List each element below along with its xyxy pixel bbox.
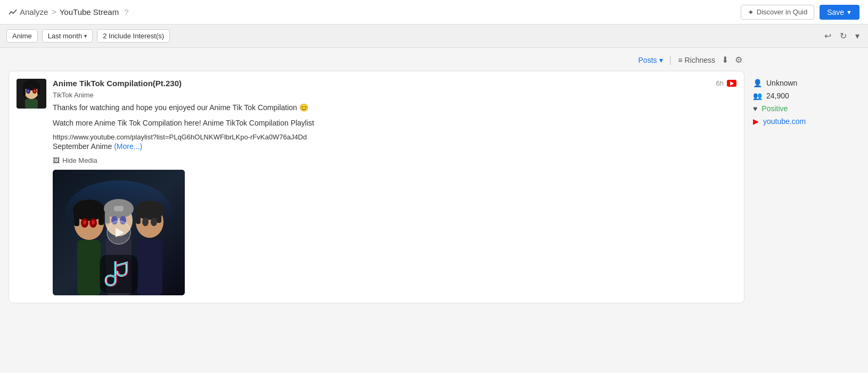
posts-chevron-icon: ▾ (659, 56, 663, 64)
download-icon: ⬇ (722, 55, 728, 64)
richness-icon: ≡ (678, 56, 682, 64)
save-button[interactable]: Save ▼ (820, 5, 859, 20)
post-title: Anime TikTok Compilation(Pt.230) (53, 79, 182, 88)
post-body: Anime TikTok Compilation(Pt.230) 6h TikT… (53, 71, 744, 303)
filter-bar: Anime Last month ▾ 2 Include Interest(s)… (0, 24, 868, 48)
post-text-block2: Watch more Anime Tik Tok Compilation her… (53, 118, 736, 152)
post-text-line1: Thanks for watching and hope you enjoyed… (53, 102, 736, 113)
save-caret-icon: ▼ (846, 9, 852, 15)
svg-point-20 (92, 220, 95, 225)
sidebar-sentiment-row: ♥ Positive (753, 104, 859, 113)
content-area: Posts ▾ | ≡ Richness ⬇ ⚙ (0, 48, 868, 373)
post-time: 6h (716, 79, 724, 87)
svg-rect-4 (23, 85, 26, 96)
discover-button[interactable]: ✦ Discover in Quid (741, 5, 814, 20)
posts-label: Posts (638, 56, 657, 64)
more-options-button[interactable]: ▾ (853, 29, 862, 43)
refresh-button[interactable]: ↻ (838, 29, 849, 43)
filter-tag-label: Anime (12, 32, 32, 40)
filter-date-label: Last month (48, 32, 82, 40)
help-icon[interactable]: ? (124, 7, 128, 16)
svg-rect-10 (25, 99, 38, 109)
filter-interests[interactable]: 2 Include Interest(s) (97, 29, 170, 43)
posts-section: Posts ▾ | ≡ Richness ⬇ ⚙ (9, 54, 744, 367)
posts-button[interactable]: Posts ▾ (638, 56, 663, 64)
person-icon: 👤 (753, 79, 762, 87)
followers-icon: 👥 (753, 92, 762, 100)
date-chevron-icon: ▾ (84, 33, 87, 39)
settings-icon: ⚙ (735, 55, 742, 64)
sidebar-website-row: ▶ youtube.com (753, 117, 859, 126)
analyze-label: Analyze (20, 7, 48, 16)
discover-label: Discover in Quid (757, 8, 807, 16)
svg-point-19 (83, 220, 86, 225)
avatar (17, 79, 46, 109)
page-title: YouTube Stream (60, 7, 119, 16)
filter-left: Anime Last month ▾ 2 Include Interest(s) (6, 29, 170, 43)
posts-toolbar: Posts ▾ | ≡ Richness ⬇ ⚙ (9, 54, 744, 65)
sidebar-meta: 👤 Unknown 👥 24,900 ♥ Positive ▶ youtube.… (753, 79, 859, 126)
top-nav: Analyze > YouTube Stream ? ✦ Discover in… (0, 0, 868, 24)
hide-media-button[interactable]: 🖼 Hide Media (53, 156, 97, 164)
discover-icon: ✦ (748, 8, 754, 16)
svg-point-33 (142, 218, 149, 226)
sidebar-author-row: 👤 Unknown (753, 79, 859, 87)
svg-rect-21 (77, 240, 101, 295)
youtube-sidebar-icon: ▶ (753, 117, 759, 126)
post-text-line3: September Anime (More...) (53, 141, 736, 152)
post-meta: 6h (716, 79, 736, 87)
toolbar-separator: | (669, 54, 672, 65)
richness-button[interactable]: ≡ Richness (678, 56, 715, 64)
post-channel: TikTok Anime (53, 91, 736, 99)
post-thumbnail[interactable] (53, 170, 185, 295)
hide-media-label: Hide Media (62, 156, 97, 164)
breadcrumb-separator: > (51, 7, 56, 17)
sidebar-website-link[interactable]: youtube.com (763, 117, 806, 126)
thumbnail-bg (53, 170, 185, 295)
svg-rect-15 (74, 210, 79, 226)
heart-icon: ♥ (753, 104, 757, 113)
richness-label: Richness (684, 56, 715, 64)
svg-rect-35 (137, 239, 162, 295)
filter-right: ↩ ↻ ▾ (822, 29, 862, 43)
svg-rect-5 (37, 85, 40, 95)
sidebar-followers: 24,900 (766, 92, 789, 100)
analyze-link[interactable]: Analyze (9, 7, 48, 16)
sidebar-sentiment: Positive (761, 104, 788, 113)
top-nav-right: ✦ Discover in Quid Save ▼ (741, 5, 859, 20)
post-link: https://www.youtube.com/playlist?list=PL… (53, 133, 736, 141)
post-september: September Anime (53, 142, 112, 151)
post-card: Anime TikTok Compilation(Pt.230) 6h TikT… (9, 71, 744, 303)
avatar-inner (17, 79, 46, 109)
right-sidebar: 👤 Unknown 👥 24,900 ♥ Positive ▶ youtube.… (753, 54, 859, 367)
avatar-image (17, 79, 46, 109)
svg-point-9 (34, 90, 36, 93)
svg-rect-25 (114, 206, 124, 211)
sidebar-followers-row: 👥 24,900 (753, 92, 859, 100)
download-button[interactable]: ⬇ (722, 55, 728, 65)
svg-rect-24 (105, 209, 110, 223)
post-more-link[interactable]: (More...) (114, 142, 142, 151)
filter-tag[interactable]: Anime (6, 29, 38, 43)
youtube-icon (727, 80, 736, 87)
svg-point-3 (23, 80, 39, 90)
svg-point-8 (27, 90, 29, 93)
post-header: Anime TikTok Compilation(Pt.230) 6h (53, 79, 736, 88)
svg-rect-31 (136, 210, 141, 224)
post-text-line2: Watch more Anime Tik Tok Compilation her… (53, 118, 736, 129)
image-icon: 🖼 (53, 156, 60, 164)
undo-button[interactable]: ↩ (822, 29, 833, 43)
sidebar-author: Unknown (766, 79, 797, 87)
breadcrumb: Analyze > YouTube Stream ? (9, 7, 129, 17)
settings-button[interactable]: ⚙ (735, 55, 742, 65)
save-label: Save (827, 8, 844, 16)
filter-interests-label: 2 Include Interest(s) (103, 32, 164, 40)
svg-point-34 (151, 218, 157, 226)
svg-rect-16 (99, 210, 104, 225)
filter-date[interactable]: Last month ▾ (42, 29, 93, 43)
svg-rect-32 (157, 210, 161, 223)
